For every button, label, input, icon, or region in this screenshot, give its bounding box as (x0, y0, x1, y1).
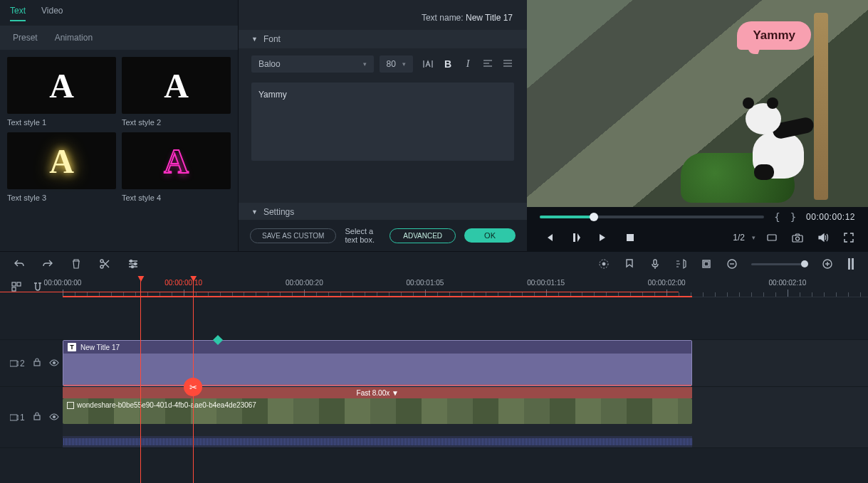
style-preset-2[interactable]: AText style 2 (122, 57, 231, 127)
align-justify-button[interactable] (501, 58, 514, 70)
font-section-header[interactable]: ▼Font (239, 30, 527, 48)
style-grid: AText style 1 AText style 2 AText style … (0, 50, 238, 209)
svg-point-6 (100, 260, 103, 262)
svg-rect-3 (793, 235, 802, 242)
ruler-timestamp: 00:00:00:20 (286, 279, 323, 287)
title-clip[interactable]: TNew Title 17 (63, 340, 692, 386)
time-ruler[interactable]: 00:00:00:0000:00:00:1000:00:00:2000:00:0… (63, 276, 868, 297)
sub-tab-animation[interactable]: Animation (55, 33, 93, 43)
preview-panel: Yammy { } 00:00:00:12 1/2▾ (527, 0, 868, 251)
step-back-button[interactable] (543, 231, 555, 244)
text-content-input[interactable]: Yammy (251, 83, 514, 161)
timeline: 00:00:00:0000:00:00:1000:00:00:2000:00:0… (0, 276, 868, 483)
ok-button[interactable]: OK (464, 228, 516, 243)
chevron-down-icon: ▾ (402, 60, 406, 68)
playhead[interactable] (140, 276, 141, 483)
edit-properties-button[interactable] (127, 258, 140, 270)
speech-bubble-overlay[interactable]: Yammy (737, 21, 811, 50)
clip-edge (63, 385, 691, 386)
split-button[interactable] (98, 258, 111, 270)
scrub-track[interactable] (540, 216, 764, 218)
save-as-custom-button[interactable]: SAVE AS CUSTOM (250, 228, 336, 243)
sub-tab-preset[interactable]: Preset (13, 33, 38, 43)
lock-icon[interactable] (33, 412, 41, 423)
mark-in-button[interactable]: { (774, 211, 780, 223)
track-head-2: 2 (0, 340, 63, 386)
mark-out-button[interactable]: } (790, 211, 796, 223)
svg-rect-1 (627, 234, 634, 241)
chevron-down-icon: ▾ (363, 60, 367, 68)
track-title: 2 TNew Title 17 ✂ (0, 340, 868, 387)
volume-button[interactable] (817, 231, 830, 244)
quality-button[interactable] (765, 231, 778, 244)
snapshot-button[interactable] (791, 231, 804, 244)
tab-text[interactable]: Text (10, 6, 26, 21)
track-type-icon: 2 (10, 359, 25, 368)
align-left-button[interactable] (481, 58, 494, 70)
speed-bar[interactable]: Fast 8.00x ▼ (63, 387, 692, 398)
crop-button[interactable] (700, 258, 713, 270)
style-preset-1[interactable]: AText style 1 (7, 57, 116, 127)
text-properties-panel: Text name: New Title 17 ▼Font Baloo▾ 80▾… (239, 0, 527, 251)
eye-icon[interactable] (49, 359, 59, 368)
font-section-label: Font (263, 34, 281, 44)
style-label: Text style 2 (122, 118, 231, 127)
zoom-in-button[interactable] (821, 258, 834, 270)
italic-button[interactable]: I (461, 58, 474, 70)
style-preset-4[interactable]: AText style 4 (122, 132, 231, 202)
zoom-to-fit-button[interactable] (847, 258, 855, 270)
ruler-timestamp: 00:00:02:10 (768, 279, 806, 287)
eye-icon[interactable] (49, 413, 59, 423)
redo-button[interactable] (41, 258, 54, 270)
track-type-icon: 1 (10, 413, 25, 423)
svg-point-27 (53, 415, 55, 418)
preview-zoom-select[interactable]: 1/2▾ (733, 233, 755, 243)
video-clip[interactable]: wondeshare-b0be55e90-401d-4fb0-aae0-b4ea… (63, 398, 692, 424)
play-pause-button[interactable] (570, 231, 582, 244)
lock-icon[interactable] (33, 358, 41, 368)
zoom-out-button[interactable] (726, 258, 738, 270)
font-family-value: Baloo (258, 59, 281, 69)
step-forward-button[interactable] (597, 231, 610, 244)
preview-viewport[interactable]: Yammy (527, 0, 868, 207)
svg-point-11 (602, 262, 605, 265)
svg-rect-26 (34, 415, 40, 420)
work-area-bar (0, 292, 679, 292)
bold-button[interactable]: B (441, 58, 454, 70)
styles-panel: Text Video Preset Animation AText style … (0, 0, 239, 251)
render-preview-button[interactable] (597, 258, 610, 270)
track-body-1[interactable]: Fast 8.00x ▼ wondeshare-b0be55e90-401d-4… (63, 387, 868, 447)
split-indicator[interactable]: ✂ (184, 378, 202, 396)
undo-button[interactable] (13, 258, 26, 270)
track-gap (0, 297, 868, 340)
marker-button[interactable] (623, 258, 636, 270)
svg-rect-12 (654, 260, 657, 265)
timeline-zoom-slider[interactable] (751, 263, 808, 265)
audio-waveform[interactable] (63, 436, 692, 447)
style-preset-3[interactable]: AText style 3 (7, 132, 116, 202)
track-body-2[interactable]: TNew Title 17 ✂ (63, 340, 868, 386)
track-head-1: 1 (0, 387, 63, 447)
font-family-select[interactable]: Baloo▾ (251, 55, 374, 73)
letter-spacing-button[interactable] (422, 58, 434, 70)
video-clip-label: wondeshare-b0be55e90-401d-4fb0-aae0-b4ea… (67, 401, 256, 409)
font-size-select[interactable]: 80▾ (380, 55, 413, 73)
scrub-thumb[interactable] (590, 213, 598, 221)
font-size-value: 80 (387, 59, 396, 69)
record-voiceover-button[interactable] (649, 258, 662, 270)
svg-rect-19 (12, 282, 16, 286)
delete-button[interactable] (70, 258, 83, 270)
stop-button[interactable] (624, 231, 637, 244)
svg-rect-18 (852, 258, 854, 270)
svg-rect-22 (10, 361, 17, 366)
track-number: 1 (20, 413, 25, 423)
scrub-fill (540, 216, 594, 218)
audio-mixer-button[interactable] (674, 258, 687, 270)
svg-rect-20 (17, 282, 21, 286)
ruler-timestamp: 00:00:02:00 (648, 279, 686, 287)
fullscreen-button[interactable] (842, 231, 855, 244)
scrub-bar: { } 00:00:00:12 (527, 207, 868, 227)
settings-section-header[interactable]: ▼Settings (239, 203, 527, 221)
tab-video[interactable]: Video (41, 6, 63, 21)
advanced-button[interactable]: ADVANCED (389, 228, 456, 243)
